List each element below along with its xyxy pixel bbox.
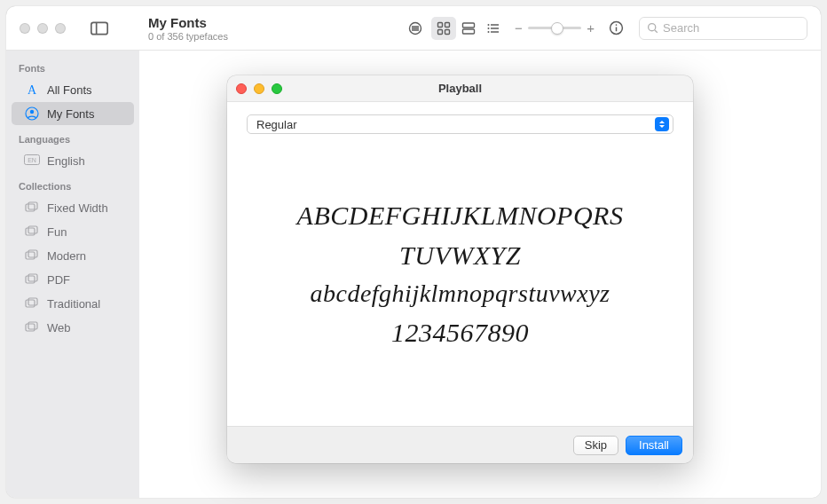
svg-point-15: [488, 24, 490, 26]
svg-point-21: [649, 24, 656, 31]
svg-point-25: [30, 110, 34, 114]
lang-en-icon: EN: [24, 153, 40, 169]
sidebar-item-pdf[interactable]: PDF: [12, 268, 134, 291]
font-style-select[interactable]: Regular: [247, 114, 673, 134]
sidebar-header-collections: Collections: [6, 177, 139, 195]
sidebar-item-web[interactable]: Web: [12, 316, 134, 339]
svg-rect-8: [438, 29, 443, 34]
svg-rect-10: [463, 23, 475, 28]
fullscreen-button[interactable]: [272, 83, 282, 94]
sidebar-item-label: All Fonts: [47, 83, 92, 97]
dialog-titlebar: Playball: [227, 75, 693, 102]
toolbar-right: − + Search: [335, 17, 821, 40]
svg-rect-0: [91, 22, 107, 34]
collection-icon: [24, 248, 40, 264]
sidebar: Fonts A All Fonts My Fonts Languages EN …: [6, 51, 139, 498]
svg-rect-31: [28, 226, 37, 233]
sidebar-item-label: Traditional: [47, 297, 100, 311]
collection-icon: [24, 224, 40, 240]
preview-digits: 1234567890: [391, 315, 529, 350]
svg-rect-35: [28, 274, 37, 281]
svg-rect-39: [28, 322, 37, 329]
svg-rect-11: [463, 29, 475, 34]
sidebar-item-label: Fun: [47, 225, 67, 239]
preview-lower: abcdefghijklmnopqrstuvwxyz: [310, 278, 610, 310]
window-title-area: My Fonts 0 of 356 typefaces: [139, 15, 335, 42]
font-style-selected: Regular: [256, 118, 297, 131]
svg-rect-36: [26, 300, 35, 307]
window-subtitle: 0 of 356 typefaces: [148, 31, 335, 42]
collection-icon: [24, 319, 40, 335]
sidebar-item-label: My Fonts: [47, 107, 94, 121]
dialog-window-controls: [236, 83, 282, 94]
person-icon: [24, 106, 40, 122]
svg-point-17: [488, 31, 490, 33]
sidebar-item-modern[interactable]: Modern: [12, 244, 134, 267]
sidebar-item-english[interactable]: EN English: [12, 149, 134, 172]
svg-rect-7: [445, 22, 450, 27]
sidebar-header-languages: Languages: [6, 130, 139, 148]
collection-icon: [24, 200, 40, 216]
sidebar-item-traditional[interactable]: Traditional: [12, 292, 134, 315]
svg-point-16: [488, 28, 490, 29]
svg-point-20: [615, 24, 617, 26]
sidebar-item-fun[interactable]: Fun: [12, 220, 134, 243]
svg-rect-32: [26, 252, 35, 259]
window-controls: [6, 21, 139, 35]
sidebar-item-my-fonts[interactable]: My Fonts: [12, 102, 134, 125]
svg-rect-29: [28, 202, 37, 209]
font-preview-dialog: Playball Regular ABCDEFGHIJKLMNOPQRS TUV…: [227, 75, 693, 463]
plus-icon: +: [587, 20, 595, 35]
dialog-body: Regular ABCDEFGHIJKLMNOPQRS TUVWXYZ abcd…: [227, 102, 693, 426]
info-button[interactable]: [603, 17, 628, 40]
dialog-footer: Skip Install: [227, 426, 693, 463]
dialog-title: Playball: [227, 82, 693, 95]
sidebar-toggle-button[interactable]: [91, 21, 108, 35]
view-mode-segmented: [431, 17, 506, 40]
minimize-button[interactable]: [37, 23, 48, 34]
search-placeholder: Search: [663, 21, 699, 35]
slider-track[interactable]: [528, 27, 581, 29]
fullscreen-button[interactable]: [55, 23, 66, 34]
close-button[interactable]: [20, 23, 30, 34]
install-button[interactable]: Install: [626, 436, 682, 455]
sidebar-item-all-fonts[interactable]: A All Fonts: [12, 78, 134, 101]
sample-view-button[interactable]: [403, 17, 428, 40]
minimize-button[interactable]: [254, 83, 264, 94]
svg-rect-34: [26, 276, 35, 283]
collection-icon: [24, 272, 40, 287]
svg-rect-33: [28, 250, 37, 257]
svg-rect-30: [26, 228, 35, 235]
toolbar: My Fonts 0 of 356 typefaces −: [6, 6, 821, 51]
list-view-button[interactable]: [481, 17, 506, 40]
sidebar-item-fixed-width[interactable]: Fixed Width: [12, 196, 134, 219]
svg-rect-37: [28, 298, 37, 305]
svg-rect-28: [26, 204, 35, 211]
zoom-slider[interactable]: − +: [515, 20, 595, 35]
grid-view-button[interactable]: [431, 17, 456, 40]
slider-thumb[interactable]: [551, 22, 563, 35]
svg-rect-9: [445, 29, 450, 34]
chevron-updown-icon: [655, 117, 669, 131]
window-title: My Fonts: [148, 15, 335, 30]
sidebar-item-label: English: [47, 154, 85, 168]
minus-icon: −: [515, 20, 523, 35]
search-input[interactable]: Search: [639, 17, 807, 40]
font-preview: ABCDEFGHIJKLMNOPQRS TUVWXYZ abcdefghijkl…: [247, 134, 673, 413]
search-icon: [647, 22, 658, 34]
skip-button[interactable]: Skip: [573, 436, 618, 455]
sidebar-item-label: PDF: [47, 273, 70, 287]
column-view-button[interactable]: [456, 17, 481, 40]
sidebar-header-fonts: Fonts: [6, 59, 139, 77]
svg-text:EN: EN: [28, 157, 36, 163]
sidebar-item-label: Web: [47, 321, 71, 335]
close-button[interactable]: [236, 83, 247, 94]
svg-rect-38: [26, 324, 35, 331]
preview-upper1: ABCDEFGHIJKLMNOPQRS: [297, 198, 624, 232]
preview-upper2: TUVWXYZ: [399, 238, 521, 272]
svg-text:A: A: [28, 83, 37, 97]
sidebar-item-label: Fixed Width: [47, 201, 108, 215]
font-a-icon: A: [24, 82, 40, 98]
svg-line-22: [655, 30, 658, 33]
sidebar-item-label: Modern: [47, 249, 86, 263]
